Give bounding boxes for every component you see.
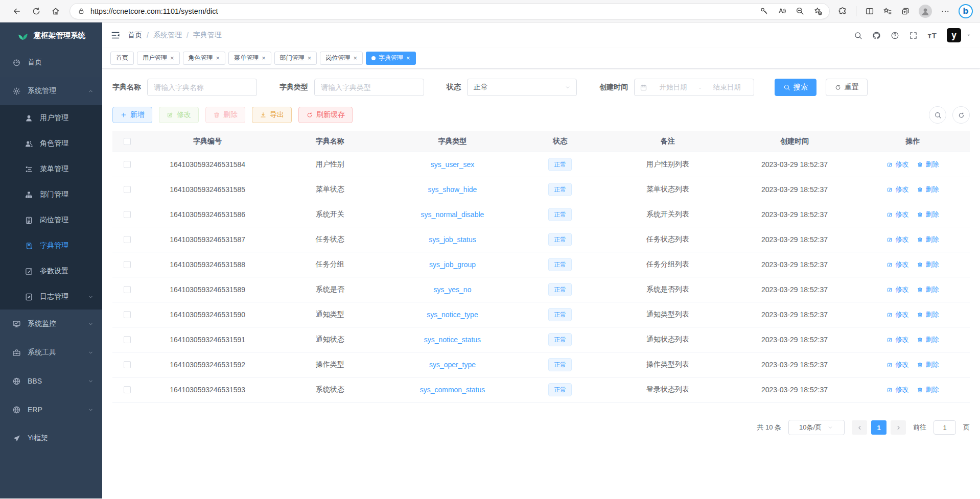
header-search-icon[interactable] — [854, 31, 862, 40]
dict-type-link[interactable]: sys_show_hide — [428, 185, 477, 194]
dict-type-link[interactable]: sys_yes_no — [434, 286, 472, 294]
dict-type-input[interactable] — [314, 79, 424, 96]
tab-close-icon[interactable]: × — [308, 55, 312, 61]
sidebar-item-日志管理[interactable]: 日志管理 — [0, 284, 102, 310]
sidebar-item-系统工具[interactable]: 系统工具 — [0, 338, 102, 367]
collapse-sidebar-icon[interactable] — [110, 30, 121, 40]
row-checkbox[interactable] — [124, 211, 131, 218]
dict-type-link[interactable]: sys_job_group — [429, 260, 476, 269]
row-delete-link[interactable]: 删除 — [917, 335, 939, 344]
sidebar-item-菜单管理[interactable]: 菜单管理 — [0, 156, 102, 182]
row-checkbox[interactable] — [124, 261, 131, 268]
row-edit-link[interactable]: 修改 — [886, 260, 908, 269]
sidebar-item-系统监控[interactable]: 系统监控 — [0, 310, 102, 338]
row-delete-link[interactable]: 删除 — [917, 210, 939, 219]
dict-type-link[interactable]: sys_notice_type — [427, 311, 478, 319]
browser-home-button[interactable] — [46, 3, 65, 20]
tab-close-icon[interactable]: × — [170, 55, 174, 61]
row-checkbox[interactable] — [124, 161, 131, 168]
row-checkbox[interactable] — [124, 311, 131, 318]
row-edit-link[interactable]: 修改 — [886, 385, 908, 394]
select-all-checkbox[interactable] — [124, 138, 131, 145]
goto-page-input[interactable] — [934, 420, 956, 435]
row-delete-link[interactable]: 删除 — [917, 160, 939, 169]
row-delete-link[interactable]: 删除 — [917, 310, 939, 319]
zoom-out-icon[interactable] — [796, 7, 804, 15]
row-delete-link[interactable]: 删除 — [917, 185, 939, 194]
tab-字典管理[interactable]: 字典管理× — [366, 52, 416, 65]
split-screen-icon[interactable] — [865, 7, 874, 16]
favorites-icon[interactable] — [883, 7, 892, 16]
row-checkbox[interactable] — [124, 236, 131, 243]
row-checkbox[interactable] — [124, 286, 131, 293]
edit-button[interactable]: 修改 — [159, 107, 199, 123]
row-delete-link[interactable]: 删除 — [917, 260, 939, 269]
sidebar-item-用户管理[interactable]: 用户管理 — [0, 105, 102, 131]
date-range-picker[interactable]: 开始日期 - 结束日期 — [634, 79, 754, 96]
add-button[interactable]: 新增 — [112, 107, 152, 123]
sidebar-item-字典管理[interactable]: 字典管理 — [0, 233, 102, 258]
refresh-table-button[interactable] — [952, 106, 970, 124]
sidebar-item-部门管理[interactable]: 部门管理 — [0, 182, 102, 207]
more-menu-icon[interactable] — [941, 7, 950, 16]
row-checkbox[interactable] — [124, 186, 131, 193]
breadcrumb-home[interactable]: 首页 — [128, 31, 142, 40]
url-text[interactable]: https://ccnetcore.com:1101/system/dict — [90, 7, 760, 15]
row-edit-link[interactable]: 修改 — [886, 185, 908, 194]
tab-首页[interactable]: 首页 — [110, 52, 134, 65]
row-checkbox[interactable] — [124, 336, 131, 343]
toggle-search-button[interactable] — [929, 106, 946, 124]
tab-部门管理[interactable]: 部门管理× — [274, 52, 317, 65]
sidebar-item-ERP[interactable]: ERP — [0, 395, 102, 424]
tab-close-icon[interactable]: × — [262, 55, 266, 61]
sidebar-item-角色管理[interactable]: 角色管理 — [0, 131, 102, 156]
font-size-icon[interactable]: тT — [927, 31, 937, 40]
extensions-icon[interactable] — [838, 7, 847, 16]
dict-name-input[interactable] — [147, 79, 257, 96]
help-icon[interactable] — [891, 31, 899, 40]
sidebar-item-BBS[interactable]: BBS — [0, 367, 102, 395]
tab-角色管理[interactable]: 角色管理× — [183, 52, 226, 65]
tab-岗位管理[interactable]: 岗位管理× — [320, 52, 363, 65]
row-checkbox[interactable] — [124, 361, 131, 368]
start-date-placeholder[interactable]: 开始日期 — [651, 83, 695, 92]
add-favorite-icon[interactable] — [813, 7, 822, 15]
tab-close-icon[interactable]: × — [406, 55, 410, 61]
browser-back-button[interactable] — [7, 3, 27, 20]
next-page-button[interactable] — [891, 420, 906, 435]
dict-type-link[interactable]: sys_oper_type — [429, 361, 476, 369]
sidebar-item-参数设置[interactable]: 参数设置 — [0, 258, 102, 284]
browser-refresh-button[interactable] — [27, 3, 46, 20]
reset-button[interactable]: 重置 — [826, 79, 868, 96]
search-button[interactable]: 搜索 — [775, 79, 816, 96]
row-edit-link[interactable]: 修改 — [886, 335, 908, 344]
row-edit-link[interactable]: 修改 — [886, 285, 908, 294]
dict-type-link[interactable]: sys_job_status — [429, 235, 476, 244]
app-logo[interactable]: 意框架管理系统 — [0, 22, 102, 48]
row-delete-link[interactable]: 删除 — [917, 385, 939, 394]
breadcrumb-system[interactable]: 系统管理 — [153, 31, 182, 40]
prev-page-button[interactable] — [852, 420, 867, 435]
tab-close-icon[interactable]: × — [353, 55, 357, 61]
row-delete-link[interactable]: 删除 — [917, 285, 939, 294]
profile-avatar[interactable] — [919, 5, 932, 18]
row-edit-link[interactable]: 修改 — [886, 310, 908, 319]
row-checkbox[interactable] — [124, 386, 131, 393]
read-aloud-icon[interactable] — [778, 7, 786, 15]
tab-用户管理[interactable]: 用户管理× — [137, 52, 180, 65]
tab-菜单管理[interactable]: 菜单管理× — [228, 52, 271, 65]
github-icon[interactable] — [872, 31, 881, 40]
page-size-select[interactable]: 10条/页 — [788, 420, 845, 435]
row-delete-link[interactable]: 删除 — [917, 360, 939, 369]
row-edit-link[interactable]: 修改 — [886, 160, 908, 169]
dict-type-link[interactable]: sys_user_sex — [431, 160, 475, 169]
address-bar[interactable]: https://ccnetcore.com:1101/system/dict — [69, 3, 830, 19]
status-select[interactable]: 正常 — [467, 79, 577, 96]
sidebar-item-岗位管理[interactable]: 岗位管理 — [0, 207, 102, 233]
end-date-placeholder[interactable]: 结束日期 — [705, 83, 749, 92]
delete-button[interactable]: 删除 — [205, 107, 245, 123]
row-edit-link[interactable]: 修改 — [886, 235, 908, 244]
tab-close-icon[interactable]: × — [216, 55, 220, 61]
dict-type-link[interactable]: sys_normal_disable — [421, 210, 484, 219]
password-icon[interactable] — [760, 7, 768, 15]
